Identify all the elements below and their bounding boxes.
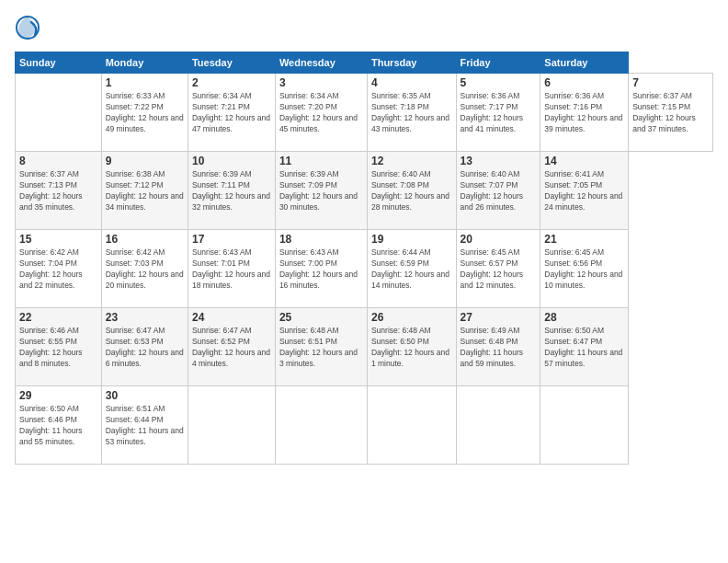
day-number: 24 (192, 311, 271, 324)
calendar-day-cell: 12Sunrise: 6:40 AMSunset: 7:08 PMDayligh… (367, 152, 456, 230)
day-number: 17 (192, 233, 271, 246)
calendar-day-cell: 27Sunrise: 6:49 AMSunset: 6:48 PMDayligh… (456, 308, 540, 386)
calendar-day-cell: 1Sunrise: 6:33 AMSunset: 7:22 PMDaylight… (101, 74, 188, 152)
day-info: Sunrise: 6:37 AMSunset: 7:13 PMDaylight:… (19, 169, 97, 213)
day-info: Sunrise: 6:38 AMSunset: 7:12 PMDaylight:… (106, 169, 184, 213)
weekday-header: Sunday (16, 52, 102, 74)
calendar-week-row: 1Sunrise: 6:33 AMSunset: 7:22 PMDaylight… (16, 74, 713, 152)
calendar-day-cell: 19Sunrise: 6:44 AMSunset: 6:59 PMDayligh… (367, 230, 456, 308)
calendar-day-cell (188, 386, 275, 465)
calendar-day-cell: 20Sunrise: 6:45 AMSunset: 6:57 PMDayligh… (456, 230, 540, 308)
calendar-day-cell: 10Sunrise: 6:39 AMSunset: 7:11 PMDayligh… (188, 152, 275, 230)
calendar-day-cell: 28Sunrise: 6:50 AMSunset: 6:47 PMDayligh… (540, 308, 629, 386)
day-info: Sunrise: 6:37 AMSunset: 7:15 PMDaylight:… (632, 91, 709, 135)
empty-cell (16, 74, 102, 152)
day-number: 19 (371, 233, 452, 246)
calendar-day-cell: 7Sunrise: 6:37 AMSunset: 7:15 PMDaylight… (629, 74, 713, 152)
day-number: 20 (461, 233, 537, 246)
day-number: 27 (461, 311, 537, 324)
calendar-day-cell (456, 386, 540, 465)
calendar-day-cell: 4Sunrise: 6:35 AMSunset: 7:18 PMDaylight… (367, 74, 456, 152)
day-number: 11 (279, 155, 363, 167)
calendar-header-row: SundayMondayTuesdayWednesdayThursdayFrid… (16, 52, 713, 74)
calendar-week-row: 22Sunrise: 6:46 AMSunset: 6:55 PMDayligh… (16, 308, 713, 386)
day-info: Sunrise: 6:42 AMSunset: 7:03 PMDaylight:… (106, 247, 184, 292)
calendar-day-cell: 26Sunrise: 6:48 AMSunset: 6:50 PMDayligh… (367, 308, 456, 386)
header (15, 15, 713, 40)
day-number: 25 (279, 311, 363, 324)
logo-icon (15, 15, 40, 40)
weekday-header: Tuesday (188, 52, 275, 74)
calendar-day-cell: 22Sunrise: 6:46 AMSunset: 6:55 PMDayligh… (16, 308, 102, 386)
day-info: Sunrise: 6:51 AMSunset: 6:44 PMDaylight:… (106, 404, 184, 448)
day-number: 8 (19, 155, 97, 167)
calendar-week-row: 29Sunrise: 6:50 AMSunset: 6:46 PMDayligh… (16, 386, 713, 465)
day-number: 2 (192, 76, 271, 89)
day-number: 6 (544, 76, 624, 89)
day-number: 21 (544, 233, 624, 246)
weekday-header: Thursday (367, 52, 456, 74)
calendar-day-cell: 16Sunrise: 6:42 AMSunset: 7:03 PMDayligh… (101, 230, 188, 308)
calendar-day-cell: 30Sunrise: 6:51 AMSunset: 6:44 PMDayligh… (101, 386, 188, 465)
day-info: Sunrise: 6:40 AMSunset: 7:07 PMDaylight:… (461, 169, 537, 213)
day-number: 26 (371, 311, 452, 324)
day-info: Sunrise: 6:50 AMSunset: 6:47 PMDaylight:… (544, 326, 624, 370)
day-info: Sunrise: 6:50 AMSunset: 6:46 PMDaylight:… (19, 404, 97, 448)
calendar-day-cell: 11Sunrise: 6:39 AMSunset: 7:09 PMDayligh… (275, 152, 367, 230)
day-info: Sunrise: 6:34 AMSunset: 7:21 PMDaylight:… (192, 91, 271, 135)
day-info: Sunrise: 6:41 AMSunset: 7:05 PMDaylight:… (544, 169, 624, 213)
calendar-day-cell: 18Sunrise: 6:43 AMSunset: 7:00 PMDayligh… (275, 230, 367, 308)
calendar-day-cell: 17Sunrise: 6:43 AMSunset: 7:01 PMDayligh… (188, 230, 275, 308)
calendar-day-cell: 14Sunrise: 6:41 AMSunset: 7:05 PMDayligh… (540, 152, 629, 230)
day-info: Sunrise: 6:43 AMSunset: 7:00 PMDaylight:… (279, 247, 363, 292)
day-number: 4 (371, 76, 452, 89)
calendar-week-row: 15Sunrise: 6:42 AMSunset: 7:04 PMDayligh… (16, 230, 713, 308)
day-number: 7 (632, 76, 709, 89)
day-number: 16 (106, 233, 184, 246)
day-number: 14 (544, 155, 624, 167)
day-info: Sunrise: 6:43 AMSunset: 7:01 PMDaylight:… (192, 247, 271, 292)
calendar-day-cell: 5Sunrise: 6:36 AMSunset: 7:17 PMDaylight… (456, 74, 540, 152)
day-info: Sunrise: 6:45 AMSunset: 6:57 PMDaylight:… (461, 247, 537, 292)
calendar-table: SundayMondayTuesdayWednesdayThursdayFrid… (15, 52, 713, 465)
weekday-header: Wednesday (275, 52, 367, 74)
day-info: Sunrise: 6:40 AMSunset: 7:08 PMDaylight:… (371, 169, 452, 213)
day-info: Sunrise: 6:47 AMSunset: 6:53 PMDaylight:… (106, 326, 184, 370)
day-number: 3 (279, 76, 363, 89)
calendar-day-cell: 24Sunrise: 6:47 AMSunset: 6:52 PMDayligh… (188, 308, 275, 386)
calendar-day-cell: 29Sunrise: 6:50 AMSunset: 6:46 PMDayligh… (16, 386, 102, 465)
calendar-day-cell: 9Sunrise: 6:38 AMSunset: 7:12 PMDaylight… (101, 152, 188, 230)
day-info: Sunrise: 6:36 AMSunset: 7:17 PMDaylight:… (461, 91, 537, 135)
calendar-day-cell: 13Sunrise: 6:40 AMSunset: 7:07 PMDayligh… (456, 152, 540, 230)
calendar-day-cell: 8Sunrise: 6:37 AMSunset: 7:13 PMDaylight… (16, 152, 102, 230)
day-number: 30 (106, 389, 184, 402)
calendar-day-cell: 21Sunrise: 6:45 AMSunset: 6:56 PMDayligh… (540, 230, 629, 308)
calendar-day-cell: 6Sunrise: 6:36 AMSunset: 7:16 PMDaylight… (540, 74, 629, 152)
calendar-day-cell: 15Sunrise: 6:42 AMSunset: 7:04 PMDayligh… (16, 230, 102, 308)
day-info: Sunrise: 6:47 AMSunset: 6:52 PMDaylight:… (192, 326, 271, 370)
day-info: Sunrise: 6:49 AMSunset: 6:48 PMDaylight:… (461, 326, 537, 370)
day-number: 9 (106, 155, 184, 167)
calendar-day-cell: 2Sunrise: 6:34 AMSunset: 7:21 PMDaylight… (188, 74, 275, 152)
day-number: 1 (106, 76, 184, 89)
day-number: 18 (279, 233, 363, 246)
day-number: 28 (544, 311, 624, 324)
calendar-day-cell (540, 386, 629, 465)
day-number: 29 (19, 389, 97, 402)
calendar-day-cell (367, 386, 456, 465)
day-info: Sunrise: 6:34 AMSunset: 7:20 PMDaylight:… (279, 91, 363, 135)
day-info: Sunrise: 6:39 AMSunset: 7:11 PMDaylight:… (192, 169, 271, 213)
day-number: 15 (19, 233, 97, 246)
day-number: 10 (192, 155, 271, 167)
day-info: Sunrise: 6:48 AMSunset: 6:51 PMDaylight:… (279, 326, 363, 370)
calendar-week-row: 8Sunrise: 6:37 AMSunset: 7:13 PMDaylight… (16, 152, 713, 230)
day-info: Sunrise: 6:39 AMSunset: 7:09 PMDaylight:… (279, 169, 363, 213)
day-number: 5 (461, 76, 537, 89)
day-number: 23 (106, 311, 184, 324)
day-number: 13 (461, 155, 537, 167)
logo (15, 15, 42, 40)
day-info: Sunrise: 6:36 AMSunset: 7:16 PMDaylight:… (544, 91, 624, 135)
calendar-day-cell: 23Sunrise: 6:47 AMSunset: 6:53 PMDayligh… (101, 308, 188, 386)
calendar-day-cell: 3Sunrise: 6:34 AMSunset: 7:20 PMDaylight… (275, 74, 367, 152)
day-info: Sunrise: 6:48 AMSunset: 6:50 PMDaylight:… (371, 326, 452, 370)
